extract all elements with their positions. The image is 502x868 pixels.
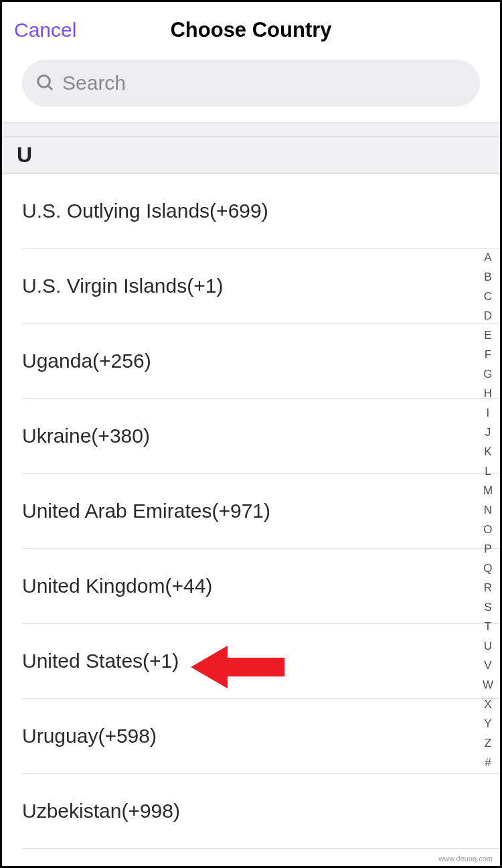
alphabet-index: A B C D E F G H I J K L M N O P Q R S T … — [480, 248, 496, 772]
search-box[interactable] — [22, 60, 480, 106]
country-list: U.S. Outlying Islands(+699) U.S. Virgin … — [2, 173, 500, 849]
index-e[interactable]: E — [481, 326, 494, 344]
country-item-uganda[interactable]: Uganda(+256) — [22, 323, 500, 399]
country-item-uae[interactable]: United Arab Emirates(+971) — [22, 474, 500, 549]
index-y[interactable]: Y — [481, 715, 494, 733]
country-item-us[interactable]: United States(+1) — [22, 624, 500, 699]
search-container — [2, 50, 500, 123]
index-v[interactable]: V — [481, 656, 494, 674]
country-item-uk[interactable]: United Kingdom(+44) — [22, 549, 500, 624]
index-j[interactable]: J — [483, 423, 494, 441]
index-h[interactable]: H — [481, 384, 495, 403]
index-c[interactable]: C — [481, 287, 495, 305]
svg-line-1 — [48, 86, 52, 90]
index-d[interactable]: D — [481, 307, 495, 325]
section-divider-prev — [2, 123, 500, 137]
country-item-us-virgin[interactable]: U.S. Virgin Islands(+1) — [22, 248, 500, 323]
index-x[interactable]: X — [481, 695, 494, 713]
section-header-u: U — [2, 137, 500, 173]
index-o[interactable]: O — [481, 520, 495, 538]
index-b[interactable]: B — [481, 268, 494, 286]
index-l[interactable]: L — [482, 462, 493, 480]
index-u[interactable]: U — [481, 637, 495, 655]
index-z[interactable]: Z — [482, 734, 494, 752]
index-p[interactable]: P — [481, 540, 494, 558]
index-s[interactable]: S — [481, 598, 494, 616]
cancel-button[interactable]: Cancel — [14, 19, 76, 42]
country-item-ukraine[interactable]: Ukraine(+380) — [22, 399, 500, 474]
index-f[interactable]: F — [482, 346, 494, 364]
header-bar: Cancel Choose Country — [2, 2, 500, 50]
watermark: www.deuaq.com — [436, 854, 495, 863]
index-k[interactable]: K — [481, 443, 494, 461]
search-input[interactable] — [62, 72, 467, 94]
index-n[interactable]: N — [481, 501, 495, 519]
index-i[interactable]: I — [484, 404, 493, 422]
page-title: Choose Country — [170, 18, 331, 42]
search-icon — [35, 73, 56, 93]
index-hash[interactable]: # — [482, 753, 493, 772]
index-t[interactable]: T — [482, 618, 494, 636]
index-m[interactable]: M — [481, 482, 495, 500]
index-g[interactable]: G — [481, 365, 495, 383]
index-r[interactable]: R — [481, 579, 495, 597]
country-item-uzbekistan[interactable]: Uzbekistan(+998) — [22, 774, 500, 849]
index-w[interactable]: W — [480, 676, 496, 694]
country-item-uruguay[interactable]: Uruguay(+598) — [22, 699, 500, 774]
country-item-us-outlying[interactable]: U.S. Outlying Islands(+699) — [22, 173, 500, 248]
index-q[interactable]: Q — [481, 559, 495, 577]
index-a[interactable]: A — [481, 248, 494, 267]
svg-point-0 — [38, 76, 50, 88]
